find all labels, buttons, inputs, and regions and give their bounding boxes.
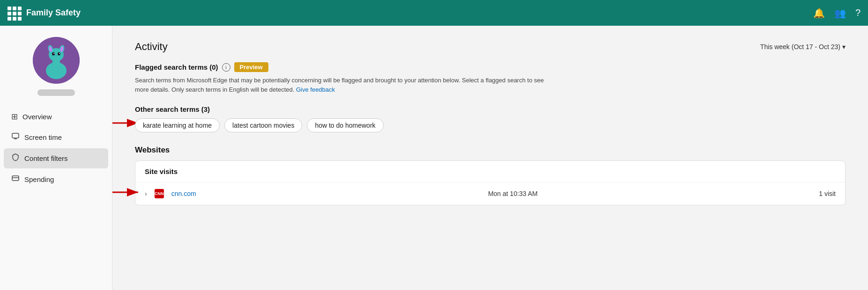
flagged-label: Flagged search terms (0) [135, 63, 218, 71]
date-range-text: This week (Oct 17 - Oct 23) [760, 43, 840, 51]
arrow-2-icon [112, 183, 142, 202]
chip-karate[interactable]: karate learning at home [135, 118, 220, 132]
svg-rect-17 [14, 138, 17, 139]
svg-point-8 [52, 52, 55, 56]
svg-rect-18 [12, 176, 19, 181]
site-visits-card: Site visits › CNN cnn.com Mon at 10:33 A… [135, 160, 846, 205]
svg-point-11 [59, 53, 60, 54]
websites-title: Websites [135, 145, 846, 155]
flagged-description: Search terms from Microsoft Edge that ma… [135, 76, 556, 94]
websites-section: Websites Site visits › CNN cnn.com Mon a… [135, 145, 846, 205]
app-title: Family Safety [26, 8, 81, 18]
flagged-search-section: Flagged search terms (0) i Preview [135, 62, 846, 72]
avatar [33, 37, 80, 84]
overview-icon: ⊞ [11, 112, 18, 122]
sidebar-item-screen-time-label: Screen time [24, 133, 62, 141]
help-icon[interactable]: ? [855, 7, 861, 18]
search-chips-container: karate learning at home latest cartoon m… [135, 118, 846, 132]
sidebar-item-screen-time[interactable]: Screen time [4, 127, 108, 147]
cnn-favicon: CNN [155, 189, 164, 198]
svg-point-9 [58, 52, 60, 56]
sidebar-item-spending[interactable]: Spending [4, 169, 108, 189]
svg-point-10 [53, 53, 54, 54]
other-search-section: Other search terms (3) karate learning a… [135, 105, 846, 132]
date-range-selector[interactable]: This week (Oct 17 - Oct 23) ▾ [760, 43, 846, 51]
main-layout: ⊞ Overview Screen time Content filters [0, 26, 868, 290]
activity-title: Activity [135, 41, 168, 53]
screen-time-icon [11, 132, 20, 143]
site-visit-count: 1 visit [798, 190, 836, 197]
activity-header: Activity This week (Oct 17 - Oct 23) ▾ [135, 41, 846, 53]
svg-point-15 [53, 56, 59, 59]
people-icon[interactable]: 👥 [834, 7, 846, 19]
preview-badge[interactable]: Preview [234, 62, 268, 72]
flagged-info-icon[interactable]: i [222, 63, 230, 72]
svg-rect-16 [12, 133, 19, 138]
topbar-actions: 🔔 👥 ? [813, 7, 861, 19]
site-name-link[interactable]: cnn.com [171, 190, 228, 197]
content-area: Activity This week (Oct 17 - Oct 23) ▾ F… [112, 26, 868, 290]
grid-icon[interactable] [7, 7, 21, 20]
sidebar-item-overview[interactable]: ⊞ Overview [4, 107, 108, 126]
site-visits-header: Site visits [135, 161, 845, 182]
topbar: Family Safety 🔔 👥 ? [0, 0, 868, 26]
row-expand-icon[interactable]: › [145, 190, 147, 197]
chip-homework[interactable]: how to do homework [307, 118, 383, 132]
sidebar-item-content-filters-label: Content filters [24, 154, 68, 162]
table-row: › CNN cnn.com Mon at 10:33 AM 1 visit [135, 182, 845, 205]
sidebar-item-overview-label: Overview [22, 113, 52, 121]
content-filters-icon [11, 153, 20, 164]
chip-cartoon[interactable]: latest cartoon movies [224, 118, 302, 132]
sidebar-item-spending-label: Spending [24, 175, 54, 183]
chevron-down-icon: ▾ [842, 43, 846, 51]
spending-icon [11, 174, 20, 185]
other-search-wrapper: Other search terms (3) karate learning a… [135, 105, 846, 132]
give-feedback-link[interactable]: Give feedback [296, 86, 335, 93]
other-search-label: Other search terms (3) [135, 105, 210, 113]
sidebar-nav: ⊞ Overview Screen time Content filters [0, 107, 112, 190]
avatar-name-placeholder [37, 89, 75, 96]
bell-icon[interactable]: 🔔 [813, 7, 825, 19]
sidebar: ⊞ Overview Screen time Content filters [0, 26, 112, 290]
site-visit-time: Mon at 10:33 AM [235, 190, 791, 197]
sidebar-item-content-filters[interactable]: Content filters [4, 148, 108, 168]
